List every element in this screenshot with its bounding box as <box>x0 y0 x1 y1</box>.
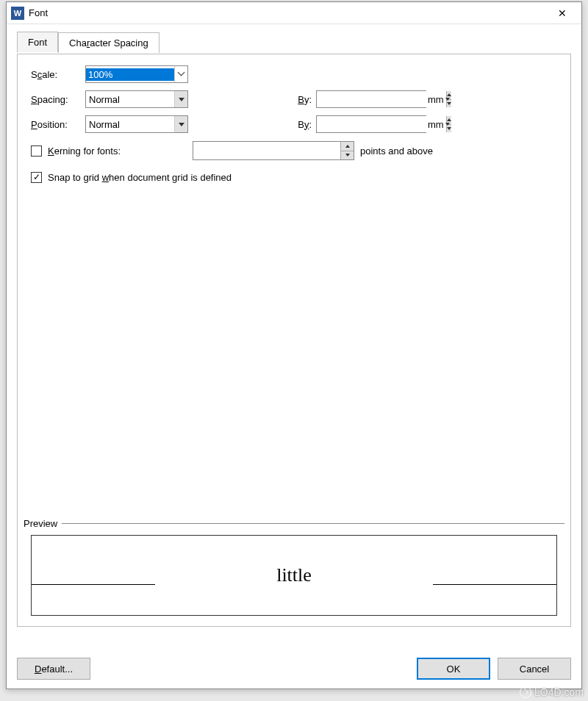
watermark: LO4D.com <box>520 686 584 698</box>
cancel-button[interactable]: Cancel <box>498 658 571 680</box>
chevron-down-icon <box>179 71 184 77</box>
kerning-points-up[interactable] <box>341 142 354 151</box>
spacing-value: Normal <box>86 93 174 106</box>
watermark-icon <box>520 686 531 698</box>
spacing-row: Spacing: Normal By: mm <box>31 90 557 109</box>
kerning-row: Kerning for fonts: points and above <box>31 141 557 160</box>
spacing-by-spinner[interactable] <box>316 90 426 108</box>
kerning-checkbox[interactable] <box>31 145 42 157</box>
font-dialog: W Font ✕ Font Character Spacing Scale: 1… <box>6 1 582 689</box>
kerning-points-input[interactable] <box>193 142 340 159</box>
snap-checkbox[interactable] <box>31 172 42 183</box>
position-row: Position: Normal By: mm <box>31 115 557 134</box>
spacing-by-input[interactable] <box>317 91 446 107</box>
scale-dropdown-button[interactable] <box>174 66 187 82</box>
position-label: Position: <box>31 119 85 130</box>
default-button[interactable]: Default... <box>17 658 90 680</box>
dialog-footer: Default... OK Cancel <box>17 658 571 680</box>
position-unit-dropdown[interactable]: mm <box>428 119 450 130</box>
triangle-down-icon <box>179 98 184 101</box>
triangle-down-icon <box>345 154 350 157</box>
position-by-label: By: <box>291 119 312 130</box>
tab-font[interactable]: Font <box>17 32 58 52</box>
position-dropdown-button[interactable] <box>174 116 187 132</box>
preview-heading: Preview <box>21 518 567 529</box>
position-combo[interactable]: Normal <box>85 115 188 133</box>
scale-value: 100% <box>86 68 174 81</box>
tab-strip: Font Character Spacing <box>17 32 571 54</box>
tab-character-spacing[interactable]: Character Spacing <box>58 32 159 53</box>
preview-box: little <box>31 535 557 616</box>
preview-text: little <box>276 564 312 586</box>
close-button[interactable]: ✕ <box>548 3 577 24</box>
kerning-points-spinner[interactable] <box>193 141 354 160</box>
triangle-down-icon <box>445 123 450 126</box>
triangle-down-icon <box>179 123 184 126</box>
kerning-points-down[interactable] <box>341 151 354 160</box>
preview-section: Preview little <box>18 518 570 616</box>
snap-row: Snap to grid when document grid is defin… <box>31 168 557 187</box>
scale-row: Scale: 100% <box>31 65 557 84</box>
preview-underline-left <box>32 584 155 585</box>
spacing-combo[interactable]: Normal <box>85 90 188 108</box>
position-by-spinner[interactable] <box>316 115 426 133</box>
app-icon: W <box>11 7 24 20</box>
tab-panel: Scale: 100% Spacing: Normal By: <box>17 54 571 627</box>
triangle-down-icon <box>445 98 450 101</box>
dialog-content: Font Character Spacing Scale: 100% Spaci… <box>7 24 581 634</box>
titlebar: W Font ✕ <box>7 2 581 24</box>
points-and-above-label: points and above <box>360 145 433 157</box>
window-title: Font <box>29 7 548 18</box>
scale-combo[interactable]: 100% <box>85 65 188 83</box>
preview-underline-right <box>433 584 556 585</box>
ok-button[interactable]: OK <box>417 658 490 680</box>
snap-label: Snap to grid when document grid is defin… <box>48 172 232 183</box>
scale-label: Scale: <box>31 69 85 80</box>
spacing-dropdown-button[interactable] <box>174 91 187 107</box>
spacing-unit-dropdown[interactable]: mm <box>428 94 450 105</box>
spacing-by-label: By: <box>291 94 312 105</box>
spacing-label: Spacing: <box>31 94 85 105</box>
kerning-label: Kerning for fonts: <box>48 145 121 157</box>
triangle-up-icon <box>345 145 350 148</box>
position-value: Normal <box>86 118 174 131</box>
position-by-input[interactable] <box>317 116 446 132</box>
